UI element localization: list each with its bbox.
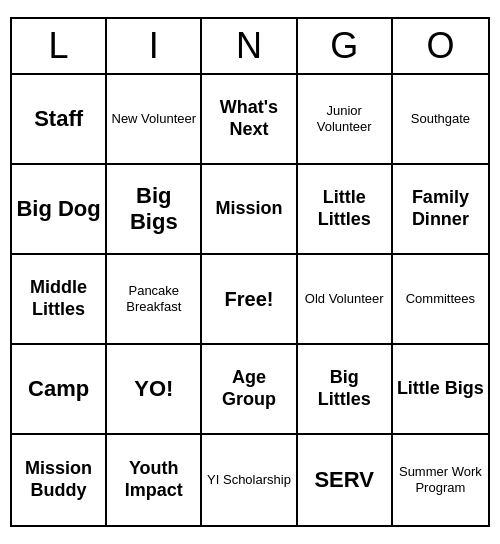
header-letter-L: L bbox=[12, 19, 107, 73]
bingo-cell-4: Southgate bbox=[393, 75, 488, 165]
bingo-cell-12: Free! bbox=[202, 255, 297, 345]
bingo-cell-9: Family Dinner bbox=[393, 165, 488, 255]
bingo-cell-8: Little Littles bbox=[298, 165, 393, 255]
bingo-cell-7: Mission bbox=[202, 165, 297, 255]
bingo-cell-20: Mission Buddy bbox=[12, 435, 107, 525]
header-letter-O: O bbox=[393, 19, 488, 73]
header-letter-I: I bbox=[107, 19, 202, 73]
bingo-cell-2: What's Next bbox=[202, 75, 297, 165]
bingo-cell-3: Junior Volunteer bbox=[298, 75, 393, 165]
bingo-cell-24: Summer Work Program bbox=[393, 435, 488, 525]
bingo-cell-1: New Volunteer bbox=[107, 75, 202, 165]
bingo-cell-13: Old Volunteer bbox=[298, 255, 393, 345]
bingo-cell-17: Age Group bbox=[202, 345, 297, 435]
bingo-cell-18: Big Littles bbox=[298, 345, 393, 435]
bingo-cell-6: Big Bigs bbox=[107, 165, 202, 255]
bingo-cell-15: Camp bbox=[12, 345, 107, 435]
bingo-cell-0: Staff bbox=[12, 75, 107, 165]
bingo-cell-14: Committees bbox=[393, 255, 488, 345]
header-letter-G: G bbox=[298, 19, 393, 73]
bingo-header: LINGO bbox=[12, 19, 488, 75]
bingo-grid: StaffNew VolunteerWhat's NextJunior Volu… bbox=[12, 75, 488, 525]
bingo-cell-11: Pancake Breakfast bbox=[107, 255, 202, 345]
bingo-cell-19: Little Bigs bbox=[393, 345, 488, 435]
bingo-cell-23: SERV bbox=[298, 435, 393, 525]
header-letter-N: N bbox=[202, 19, 297, 73]
bingo-cell-16: YO! bbox=[107, 345, 202, 435]
bingo-cell-22: YI Scholarship bbox=[202, 435, 297, 525]
bingo-card: LINGO StaffNew VolunteerWhat's NextJunio… bbox=[10, 17, 490, 527]
bingo-cell-5: Big Dog bbox=[12, 165, 107, 255]
bingo-cell-10: Middle Littles bbox=[12, 255, 107, 345]
bingo-cell-21: Youth Impact bbox=[107, 435, 202, 525]
